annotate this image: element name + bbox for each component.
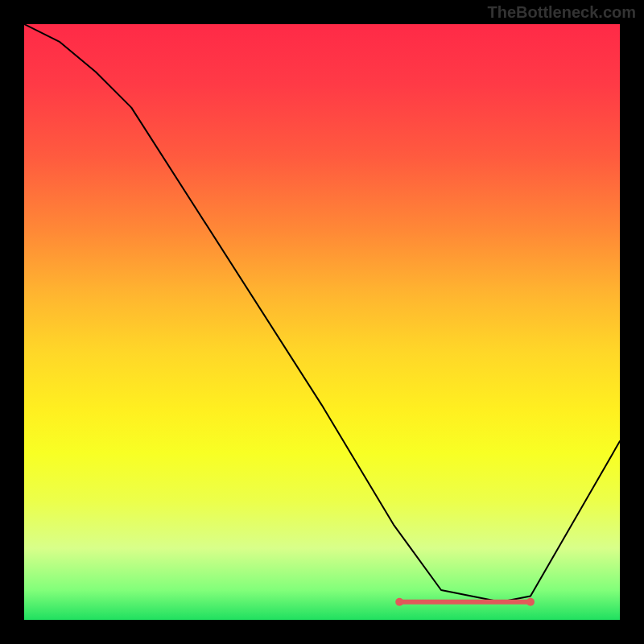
plot-area xyxy=(24,24,620,620)
chart-root: TheBottleneck.com xyxy=(0,0,644,644)
bottleneck-curve xyxy=(24,24,620,602)
flat-region-cap-left xyxy=(395,598,403,606)
flat-region-cap-right xyxy=(526,598,535,606)
line-layer xyxy=(24,24,620,620)
attribution-text: TheBottleneck.com xyxy=(488,3,636,22)
